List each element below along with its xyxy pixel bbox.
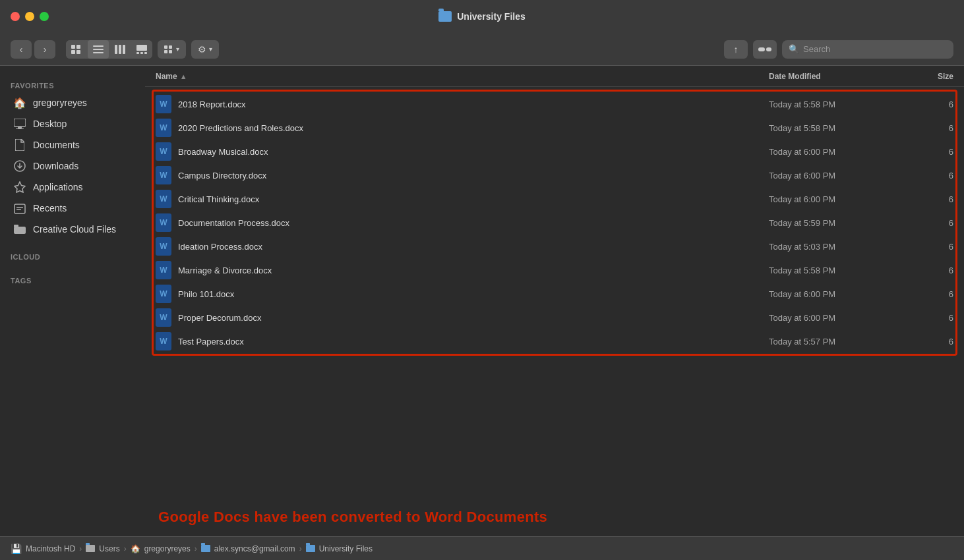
minimize-button[interactable] [25,12,34,21]
gear-icon: ⚙ [198,44,206,55]
sidebar-item-label: Applications [33,182,83,192]
file-name: Broadway Musical.docx [178,147,268,157]
svg-rect-26 [16,209,21,210]
breadcrumb-university-files[interactable]: University Files [319,544,373,553]
sidebar-item-creative-cloud[interactable]: Creative Cloud Files [3,219,142,240]
title-bar: University Files [0,0,964,33]
name-column-header[interactable]: Name ▲ [156,72,769,81]
sidebar-item-label: Documents [33,140,80,150]
tag-button[interactable] [753,40,777,59]
file-size: 6 [901,242,953,252]
sidebar-item-label: Desktop [33,119,67,129]
file-name: 2018 Report.docx [178,99,246,109]
svg-rect-20 [14,119,26,126]
word-doc-icon [156,142,171,161]
sidebar-item-gregoryreyes[interactable]: 🏠 gregoryreyes [3,92,142,113]
file-size: 6 [901,218,953,228]
table-row[interactable]: 2018 Report.docx Today at 5:58 PM 6 [145,92,964,116]
documents-icon [13,138,26,152]
gear-dropdown-button[interactable]: ⚙ ▾ [191,40,219,59]
column-headers: Name ▲ Date Modified Size [145,66,964,87]
file-name-cell: Critical Thinking.docx [156,190,769,208]
column-view-button[interactable] [109,40,131,59]
file-size: 6 [901,147,953,157]
table-row[interactable]: Ideation Process.docx Today at 5:03 PM 6 [145,235,964,258]
users-folder-icon [86,545,95,552]
table-row[interactable]: 2020 Predictions and Roles.docx Today at… [145,116,964,140]
file-size: 6 [901,194,953,204]
breadcrumb-macintosh-hd[interactable]: Macintosh HD [26,544,75,553]
table-row[interactable]: Campus Directory.docx Today at 6:00 PM 6 [145,163,964,187]
svg-rect-3 [76,50,80,54]
svg-rect-2 [71,50,75,54]
svg-rect-16 [164,50,167,53]
list-view-button[interactable] [88,40,109,59]
window-title-area: University Files [438,11,526,22]
maximize-button[interactable] [40,12,49,21]
sidebar-item-downloads[interactable]: Downloads [3,155,142,177]
status-bar: 💾 Macintosh HD › Users › 🏠 gregoryreyes … [0,536,964,560]
forward-button[interactable]: › [34,40,55,59]
file-list: 2018 Report.docx Today at 5:58 PM 6 2020… [145,87,964,498]
word-doc-icon [156,119,171,137]
file-date: Today at 5:58 PM [769,123,901,133]
svg-rect-11 [136,52,139,54]
file-date: Today at 6:00 PM [769,289,901,299]
icon-view-button[interactable] [66,40,87,59]
svg-rect-8 [119,45,121,54]
file-name: Test Papers.docx [178,337,244,347]
table-row[interactable]: Marriage & Divorce.docx Today at 5:58 PM… [145,258,964,282]
svg-rect-27 [14,227,26,234]
sidebar-item-documents[interactable]: Documents [3,134,142,155]
svg-rect-1 [76,45,80,49]
file-date: Today at 5:58 PM [769,266,901,275]
back-button[interactable]: ‹ [11,40,32,59]
svg-rect-21 [18,126,22,128]
table-row[interactable]: Broadway Musical.docx Today at 6:00 PM 6 [145,140,964,163]
sidebar-item-recents[interactable]: Recents [3,198,142,219]
word-doc-icon [156,95,171,113]
table-row[interactable]: Proper Decorum.docx Today at 6:00 PM 6 [145,306,964,329]
breadcrumb-users[interactable]: Users [99,544,119,553]
sidebar-item-applications[interactable]: Applications [3,177,142,198]
word-doc-icon [156,213,171,232]
breadcrumb-sep-1: › [79,544,82,553]
gallery-view-button[interactable] [131,40,152,59]
applications-icon [13,181,26,194]
nav-buttons: ‹ › [11,40,55,59]
sidebar-item-label: Recents [33,203,67,213]
share-icon: ↑ [734,44,738,55]
breadcrumb-sep-3: › [195,544,197,553]
table-row[interactable]: Critical Thinking.docx Today at 6:00 PM … [145,187,964,211]
svg-rect-19 [766,47,771,51]
sidebar-item-desktop[interactable]: Desktop [3,113,142,134]
file-name: Campus Directory.docx [178,171,266,181]
close-button[interactable] [11,12,20,21]
group-dropdown-button[interactable]: ▾ [158,40,186,59]
main-content: Favorites 🏠 gregoryreyes Desktop [0,66,964,536]
size-column-header[interactable]: Size [901,72,953,81]
share-button[interactable]: ↑ [724,40,748,59]
breadcrumb-users-folder [86,545,95,552]
search-box[interactable]: 🔍 [782,40,953,59]
search-input[interactable] [803,44,947,54]
desktop-icon [13,117,26,130]
sidebar-item-label: Downloads [33,161,78,171]
svg-rect-25 [16,207,23,208]
sidebar: Favorites 🏠 gregoryreyes Desktop [0,66,145,536]
file-name: Philo 101.docx [178,289,234,299]
table-row[interactable]: Philo 101.docx Today at 6:00 PM 6 [145,282,964,306]
breadcrumb-gregoryreyes[interactable]: gregoryreyes [144,544,191,553]
date-column-header[interactable]: Date Modified [769,72,901,81]
svg-rect-6 [93,52,104,53]
sort-arrow: ▲ [180,72,187,80]
breadcrumb-univ-folder [306,545,315,552]
icloud-section-title: iCloud [0,248,145,264]
table-row[interactable]: Test Papers.docx Today at 5:57 PM 6 [145,329,964,353]
file-name-cell: Test Papers.docx [156,332,769,350]
macintosh-hd-icon: 💾 [11,544,22,554]
file-date: Today at 5:59 PM [769,218,901,228]
table-row[interactable]: Documentation Process.docx Today at 5:59… [145,211,964,235]
breadcrumb-alexsyncs[interactable]: alex.syncs@gmail.com [214,544,295,553]
word-doc-icon [156,308,171,327]
